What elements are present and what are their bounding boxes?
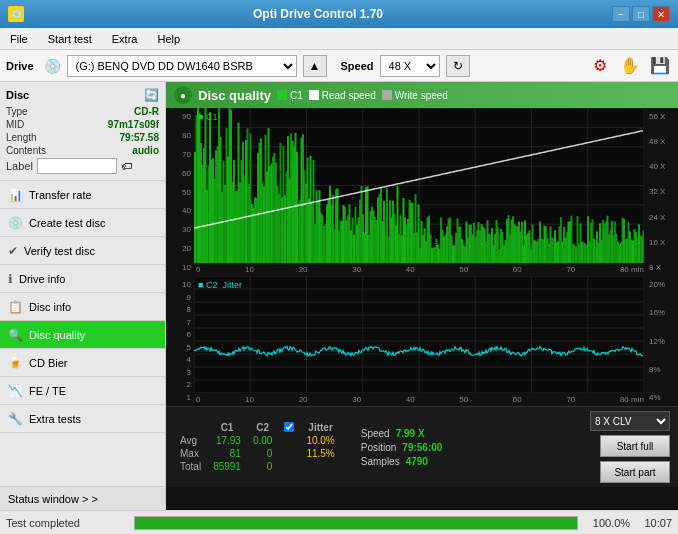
disc-label-icon[interactable]: 🏷 — [121, 160, 132, 172]
verify-test-disc-icon: ✔ — [8, 244, 18, 258]
speed-info: Speed 7.99 X Position 79:56:00 Samples 4… — [361, 428, 443, 467]
create-test-disc-icon: 💿 — [8, 216, 23, 230]
disc-quality-label: Disc quality — [29, 329, 85, 341]
fe-te-label: FE / TE — [29, 385, 66, 397]
eject-button[interactable]: ▲ — [303, 55, 327, 77]
verify-test-disc-label: Verify test disc — [24, 245, 95, 257]
status-window-button[interactable]: Status window > > — [0, 486, 165, 510]
total-c2: 0 — [247, 460, 278, 473]
titlebar: 💿 Opti Drive Control 1.70 − □ ✕ — [0, 0, 678, 28]
close-button[interactable]: ✕ — [652, 6, 670, 22]
chart-bottom-y-axis-right: 20%16%12%8%4% — [646, 276, 678, 406]
settings-icon[interactable]: ⚙ — [588, 54, 612, 78]
chart-bottom-x-labels: 01020304050607080 min — [194, 393, 646, 406]
disc-quality-icon: 🔍 — [8, 328, 23, 342]
max-c1: 81 — [207, 447, 247, 460]
drive-info-icon: ℹ — [8, 272, 13, 286]
max-c2: 0 — [247, 447, 278, 460]
samples-label: Samples — [361, 456, 400, 467]
menu-extra[interactable]: Extra — [106, 31, 144, 47]
stats-row: C1 C2 Jitter Avg 17.93 0.00 10.0% Max — [166, 406, 678, 487]
drive-disc-icon: 💿 — [44, 58, 61, 74]
disc-contents-label: Contents — [6, 145, 46, 156]
disc-quality-header-icon: ● — [174, 86, 192, 104]
samples-value: 4790 — [406, 456, 428, 467]
max-jitter: 11.5% — [300, 447, 340, 460]
save-icon[interactable]: 💾 — [648, 54, 672, 78]
maximize-button[interactable]: □ — [632, 6, 650, 22]
sidebar-item-fe-te[interactable]: 📉 FE / TE — [0, 377, 165, 405]
sidebar-item-cd-bier[interactable]: 🍺 CD Bier — [0, 349, 165, 377]
window-controls: − □ ✕ — [612, 6, 670, 22]
speed-row: Speed 7.99 X — [361, 428, 443, 439]
drive-selector[interactable]: (G:) BENQ DVD DD DW1640 BSRB — [67, 55, 297, 77]
speed-combo-selector[interactable]: 8 X CLV16 X CLV24 X CLV — [590, 411, 670, 431]
read-speed-label: Read speed — [322, 90, 376, 101]
disc-label-input[interactable] — [37, 158, 117, 174]
sidebar-item-disc-quality[interactable]: 🔍 Disc quality — [0, 321, 165, 349]
write-speed-color — [382, 90, 392, 100]
statusbar: Test completed 100.0% 10:07 — [0, 510, 678, 534]
c1-legend-color — [277, 90, 287, 100]
status-time: 10:07 — [644, 517, 672, 529]
disc-type-label: Type — [6, 106, 28, 117]
disc-type-value: CD-R — [134, 106, 159, 117]
disc-quality-header: ● Disc quality C1 Read speed Write speed — [166, 82, 678, 108]
app-title: Opti Drive Control 1.70 — [24, 7, 612, 21]
chart-top-y-axis-right: 56 X48 X40 X32 X24 X16 X8 X — [646, 108, 678, 276]
status-text: Test completed — [6, 517, 126, 529]
speed-selector[interactable]: 48 X — [380, 55, 440, 77]
transfer-rate-label: Transfer rate — [29, 189, 92, 201]
app-icon: 💿 — [8, 6, 24, 22]
sidebar-item-verify-test-disc[interactable]: ✔ Verify test disc — [0, 237, 165, 265]
avg-c1: 17.93 — [207, 434, 247, 447]
write-speed-label: Write speed — [395, 90, 448, 101]
speed-label: Speed — [341, 60, 374, 72]
max-label: Max — [174, 447, 207, 460]
main-layout: Disc 🔄 Type CD-R MID 97m17s09f Length 79… — [0, 82, 678, 510]
chart-bottom-area: 10987654321 01020304050607080 min 20%16%… — [166, 276, 678, 406]
chart-top-x-labels: 01020304050607080 min — [194, 263, 646, 276]
status-window-label: Status window > > — [8, 493, 98, 505]
disc-mid-value: 97m17s09f — [108, 119, 159, 130]
sidebar-item-create-test-disc[interactable]: 💿 Create test disc — [0, 209, 165, 237]
disc-refresh-icon[interactable]: 🔄 — [144, 88, 159, 102]
refresh-button[interactable]: ↻ — [446, 55, 470, 77]
avg-jitter: 10.0% — [300, 434, 340, 447]
position-value: 79:56:00 — [402, 442, 442, 453]
sidebar-item-disc-info[interactable]: 📋 Disc info — [0, 293, 165, 321]
disc-info-label: Disc info — [29, 301, 71, 313]
start-full-button[interactable]: Start full — [600, 435, 670, 457]
speed-label: Speed — [361, 428, 390, 439]
menu-start-test[interactable]: Start test — [42, 31, 98, 47]
minimize-button[interactable]: − — [612, 6, 630, 22]
jitter-checkbox[interactable] — [284, 422, 294, 432]
disc-mid-label: MID — [6, 119, 24, 130]
disc-panel-title: Disc — [6, 89, 29, 101]
sidebar-item-drive-info[interactable]: ℹ Drive info — [0, 265, 165, 293]
stats-header-c2: C2 — [247, 421, 278, 434]
disc-contents-value: audio — [132, 145, 159, 156]
stats-header-c1: C1 — [207, 421, 247, 434]
stats-table: C1 C2 Jitter Avg 17.93 0.00 10.0% Max — [174, 421, 341, 473]
sidebar-item-extra-tests[interactable]: 🔧 Extra tests — [0, 405, 165, 433]
right-controls: 8 X CLV16 X CLV24 X CLV Start full Start… — [590, 411, 670, 483]
hand-icon[interactable]: ✋ — [618, 54, 642, 78]
total-c1: 85991 — [207, 460, 247, 473]
content-area: ● Disc quality C1 Read speed Write speed… — [166, 82, 678, 510]
total-label: Total — [174, 460, 207, 473]
disc-length-value: 79:57.58 — [120, 132, 159, 143]
extra-tests-icon: 🔧 — [8, 412, 23, 426]
cd-bier-label: CD Bier — [29, 357, 68, 369]
menu-help[interactable]: Help — [151, 31, 186, 47]
drivebar: Drive 💿 (G:) BENQ DVD DD DW1640 BSRB ▲ S… — [0, 50, 678, 82]
sidebar-item-transfer-rate[interactable]: 📊 Transfer rate — [0, 181, 165, 209]
sidebar: Disc 🔄 Type CD-R MID 97m17s09f Length 79… — [0, 82, 166, 510]
samples-row: Samples 4790 — [361, 456, 443, 467]
start-part-button[interactable]: Start part — [600, 461, 670, 483]
disc-label-label: Label — [6, 160, 33, 172]
disc-length-label: Length — [6, 132, 37, 143]
disc-panel: Disc 🔄 Type CD-R MID 97m17s09f Length 79… — [0, 82, 165, 181]
menu-file[interactable]: File — [4, 31, 34, 47]
chart-bottom-y-axis-left: 10987654321 — [166, 276, 194, 406]
